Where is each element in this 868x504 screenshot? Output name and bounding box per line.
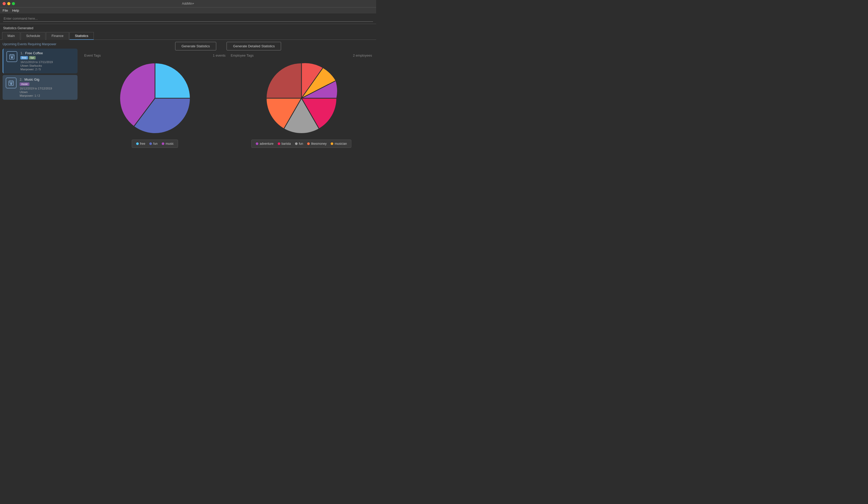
- svg-text:★: ★: [11, 56, 13, 59]
- tab-schedule[interactable]: Schedule: [21, 32, 45, 40]
- charts-buttons: Generate Statistics Generate Detailed St…: [84, 42, 372, 50]
- legend-likesmoney: likesmoney: [307, 142, 327, 145]
- legend-label-music: music: [166, 142, 174, 145]
- status-bar: Statistics Generated: [0, 24, 376, 32]
- legend-fun-emp: fun: [295, 142, 303, 145]
- legend-dot-barista: [278, 142, 280, 145]
- tab-statistics[interactable]: Statistics: [70, 32, 94, 40]
- minimize-button[interactable]: [7, 2, 10, 5]
- event-num-1: 1.: [20, 51, 23, 55]
- legend-dot-fun: [149, 142, 152, 145]
- event-tags-label: Event Tags: [84, 53, 101, 57]
- event-icon-1: ★: [7, 51, 17, 62]
- section-title[interactable]: Upcoming Events Requiring Manpower: [3, 42, 78, 46]
- event-date-1: 16/11/2019 to 17/11/2019: [20, 60, 74, 63]
- event-icon-2: ★: [6, 78, 17, 88]
- chart-event-tags: Event Tags 1 events: [84, 53, 226, 148]
- event-location-2: Utown: [20, 90, 74, 93]
- generate-stats-button[interactable]: Generate Statistics: [175, 42, 216, 50]
- charts-area: Generate Statistics Generate Detailed St…: [80, 40, 376, 227]
- tag-free: free: [20, 56, 28, 59]
- legend-dot-likesmoney: [307, 142, 310, 145]
- chart-employee-tags: Employee Tags 2 employees: [231, 53, 372, 148]
- employee-tags-pie: [263, 59, 340, 137]
- legend-label-free: free: [140, 142, 145, 145]
- employee-tags-legend: adventure barista fun likesmoney: [251, 140, 351, 148]
- legend-label-barista: barista: [282, 142, 291, 145]
- tab-main[interactable]: Main: [2, 32, 20, 40]
- title-bar: AddMin+: [0, 0, 376, 7]
- chart-event-header: Event Tags 1 events: [84, 53, 226, 57]
- event-card-2[interactable]: ★ 2. Music Gig music 16/12/2019 to 17/12…: [3, 75, 78, 100]
- legend-adventure: adventure: [256, 142, 273, 145]
- legend-label-musician: musician: [334, 142, 347, 145]
- menu-bar: File Help: [0, 7, 376, 13]
- legend-label-fun: fun: [153, 142, 158, 145]
- charts-row: Event Tags 1 events: [84, 53, 372, 225]
- legend-dot-fun-emp: [295, 142, 298, 145]
- event-manpower-2: Manpower: 1 / 2: [20, 94, 74, 97]
- legend-music: music: [162, 142, 174, 145]
- menu-file[interactable]: File: [3, 9, 8, 12]
- generate-detailed-stats-button[interactable]: Generate Detailed Statistics: [227, 42, 281, 50]
- left-panel: Upcoming Events Requiring Manpower ★ 1. …: [0, 40, 80, 227]
- legend-dot-musician: [331, 142, 333, 145]
- maximize-button[interactable]: [12, 2, 15, 5]
- event-tags-1: free fun: [20, 56, 74, 59]
- tag-fun: fun: [29, 56, 36, 59]
- legend-fun: fun: [149, 142, 158, 145]
- traffic-lights: [3, 2, 15, 5]
- event-tags-count: 1 events: [213, 53, 226, 57]
- legend-label-fun-emp: fun: [299, 142, 303, 145]
- event-manpower-1: Manpower: 2 / 5: [20, 68, 74, 71]
- tag-music: music: [20, 82, 30, 86]
- event-date-2: 16/12/2019 to 17/12/2019: [20, 87, 74, 90]
- legend-dot-adventure: [256, 142, 258, 145]
- event-details-1: 1. Free Coffee free fun 16/11/2019 to 17…: [20, 51, 74, 71]
- event-name-2: Music Gig: [24, 78, 39, 81]
- chart-employee-header: Employee Tags 2 employees: [231, 53, 372, 57]
- event-card-1[interactable]: ★ 1. Free Coffee free fun 16/11/2019 to …: [3, 49, 78, 73]
- legend-musician: musician: [331, 142, 347, 145]
- command-input[interactable]: [3, 16, 373, 22]
- close-button[interactable]: [3, 2, 6, 5]
- legend-free: free: [136, 142, 145, 145]
- svg-text:★: ★: [10, 83, 12, 85]
- event-tags-legend: free fun music: [132, 140, 178, 148]
- tab-finance[interactable]: Finance: [46, 32, 69, 40]
- legend-dot-free: [136, 142, 139, 145]
- event-tags-pie: [116, 59, 194, 137]
- legend-dot-music: [162, 142, 164, 145]
- legend-label-adventure: adventure: [260, 142, 273, 145]
- event-location-1: Utown Starbucks: [20, 64, 74, 67]
- window-title: AddMin+: [182, 2, 194, 6]
- employee-tags-label: Employee Tags: [231, 53, 254, 57]
- legend-label-likesmoney: likesmoney: [311, 142, 327, 145]
- tabs-bar: Main Schedule Finance Statistics: [0, 32, 376, 40]
- event-name-1: Free Coffee: [25, 51, 43, 55]
- status-text: Statistics Generated: [3, 26, 33, 30]
- event-num-2: 2.: [20, 78, 22, 81]
- command-bar: [0, 13, 376, 24]
- employee-tags-count: 2 employees: [353, 53, 372, 57]
- legend-barista: barista: [278, 142, 291, 145]
- main-content: Upcoming Events Requiring Manpower ★ 1. …: [0, 40, 376, 227]
- event-tags-2: music: [20, 82, 74, 86]
- menu-help[interactable]: Help: [12, 9, 19, 12]
- event-details-2: 2. Music Gig music 16/12/2019 to 17/12/2…: [20, 78, 74, 97]
